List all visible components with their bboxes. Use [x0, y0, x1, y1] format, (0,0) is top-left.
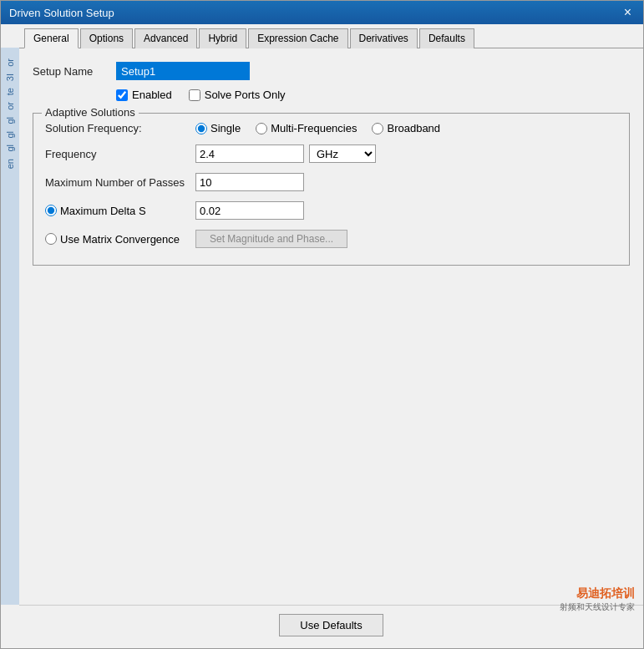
tab-general[interactable]: General	[24, 28, 79, 48]
set-magnitude-button: Set Magnitude and Phase...	[195, 230, 347, 248]
enabled-label: Enabled	[132, 89, 172, 101]
solution-frequency-row: Solution Frequency: Single Multi-Frequen…	[45, 122, 617, 134]
sidebar-text-5: gl	[4, 114, 16, 127]
frequency-input[interactable]	[195, 145, 304, 163]
broadband-radio-item[interactable]: Broadband	[372, 122, 440, 134]
max-passes-label: Maximum Number of Passes	[45, 176, 187, 189]
tab-derivatives[interactable]: Derivatives	[350, 28, 418, 48]
max-passes-input[interactable]	[195, 173, 304, 191]
adaptive-solutions-group: Adaptive Solutions Solution Frequency: S…	[33, 113, 630, 266]
setup-name-row: Setup Name	[33, 62, 630, 80]
max-delta-s-row: Maximum Delta S	[45, 201, 617, 220]
sidebar-text-2: 3I	[4, 71, 16, 84]
sidebar-text-4: or	[4, 99, 16, 113]
close-button[interactable]: ×	[621, 6, 635, 19]
use-matrix-radio-item[interactable]: Use Matrix Convergence	[45, 233, 187, 246]
tab-advanced[interactable]: Advanced	[134, 28, 197, 48]
solution-frequency-radio-group: Single Multi-Frequencies Broadband	[195, 122, 440, 134]
tab-expression-cache[interactable]: Expression Cache	[248, 28, 347, 48]
tab-defaults[interactable]: Defaults	[419, 28, 474, 48]
checkbox-row: Enabled Solve Ports Only	[33, 89, 630, 101]
sidebar-text-7: gl	[4, 142, 16, 155]
multi-freq-label: Multi-Frequencies	[271, 122, 357, 134]
max-delta-s-radio[interactable]	[45, 205, 57, 216]
max-passes-row: Maximum Number of Passes	[45, 173, 617, 191]
enabled-checkbox-item[interactable]: Enabled	[116, 89, 172, 101]
single-radio-item[interactable]: Single	[195, 122, 241, 134]
left-sidebar: or 3I te or gl gl gl en	[1, 48, 19, 605]
use-matrix-radio[interactable]	[45, 233, 57, 245]
broadband-label: Broadband	[387, 122, 440, 134]
broadband-radio[interactable]	[372, 123, 383, 134]
enabled-checkbox[interactable]	[116, 89, 128, 101]
use-defaults-button[interactable]: Use Defaults	[279, 614, 383, 636]
main-area: General Options Advanced Hybrid Expressi…	[19, 24, 643, 648]
multi-freq-radio[interactable]	[256, 123, 267, 134]
solution-frequency-label: Solution Frequency:	[45, 122, 187, 134]
solve-ports-label: Solve Ports Only	[205, 89, 286, 101]
use-matrix-row: Use Matrix Convergence Set Magnitude and…	[45, 230, 617, 248]
setup-name-label: Setup Name	[33, 65, 108, 78]
multi-freq-radio-item[interactable]: Multi-Frequencies	[256, 122, 357, 134]
sidebar-text-6: gl	[4, 129, 16, 141]
tab-hybrid[interactable]: Hybrid	[199, 28, 246, 48]
sidebar-text-8: en	[4, 156, 16, 171]
solve-ports-checkbox[interactable]	[189, 89, 200, 101]
sidebar-text-3: te	[4, 85, 16, 98]
tab-options[interactable]: Options	[80, 28, 133, 48]
content-area: Setup Name Enabled Solve Ports Only	[19, 48, 643, 605]
setup-name-input[interactable]	[116, 62, 250, 80]
sidebar-text-1: or	[4, 56, 16, 69]
frequency-label: Frequency	[45, 148, 187, 160]
dialog: Driven Solution Setup × or 3I te or gl g…	[0, 0, 644, 649]
single-label: Single	[210, 122, 241, 134]
max-delta-s-label: Maximum Delta S	[60, 205, 146, 217]
use-matrix-label: Use Matrix Convergence	[60, 233, 180, 246]
group-title: Adaptive Solutions	[42, 106, 139, 119]
bottom-bar: Use Defaults	[19, 605, 643, 648]
title-bar: Driven Solution Setup ×	[1, 1, 643, 24]
frequency-row: Frequency GHz MHz THz kHz Hz	[45, 145, 617, 163]
single-radio[interactable]	[195, 123, 207, 134]
frequency-unit-select[interactable]: GHz MHz THz kHz Hz	[309, 145, 376, 163]
max-delta-s-radio-item[interactable]: Maximum Delta S	[45, 205, 187, 217]
solve-ports-checkbox-item[interactable]: Solve Ports Only	[189, 89, 286, 101]
tab-bar: General Options Advanced Hybrid Expressi…	[19, 24, 643, 48]
max-delta-s-input[interactable]	[195, 201, 304, 220]
dialog-title: Driven Solution Setup	[9, 7, 114, 19]
frequency-input-group: GHz MHz THz kHz Hz	[195, 145, 376, 163]
